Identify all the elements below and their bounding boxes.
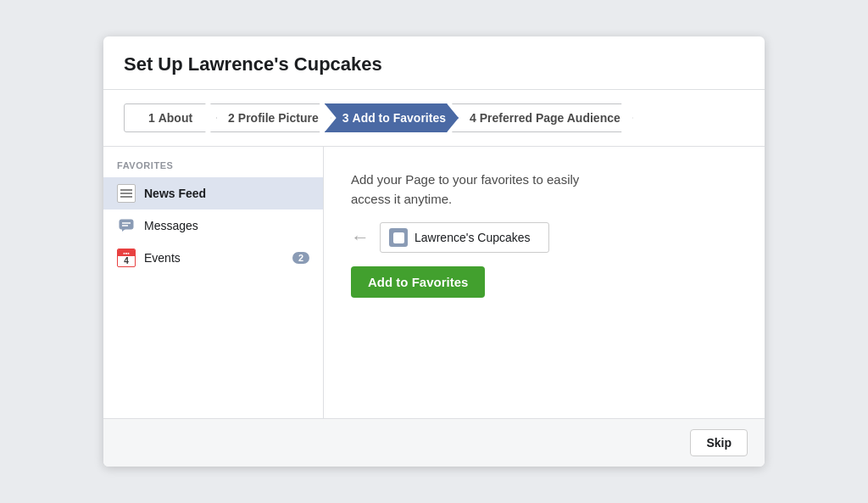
- page-entry: Lawrence's Cupcakes: [380, 222, 549, 253]
- step-1-about[interactable]: 1 About: [124, 103, 217, 132]
- add-to-favorites-button[interactable]: Add to Favorites: [351, 266, 485, 298]
- step-1-number: 1: [148, 111, 155, 125]
- content-panel: Add your Page to your favorites to easil…: [324, 147, 765, 418]
- setup-modal: Set Up Lawrence's Cupcakes 1 About 2 Pro…: [103, 36, 765, 467]
- arrow-left-icon: ←: [351, 226, 370, 249]
- events-count: 2: [292, 252, 309, 264]
- sidebar-item-messages[interactable]: Messages: [103, 210, 323, 242]
- modal-footer: Skip: [103, 418, 765, 467]
- step-2-number: 2: [228, 111, 235, 125]
- messages-icon: [117, 216, 136, 235]
- sidebar: FAVORITES News Feed: [103, 147, 324, 418]
- step-3-number: 3: [342, 111, 349, 125]
- page-thumbnail-icon: [389, 228, 408, 247]
- modal-header: Set Up Lawrence's Cupcakes: [103, 36, 765, 90]
- favorites-section-label: FAVORITES: [103, 160, 323, 177]
- step-1-label: About: [159, 111, 192, 125]
- svg-rect-0: [120, 220, 133, 229]
- step-4-number: 4: [470, 111, 476, 125]
- skip-button[interactable]: Skip: [690, 429, 748, 456]
- messages-label: Messages: [144, 219, 198, 232]
- step-2-profile-picture[interactable]: 2 Profile Picture: [210, 103, 331, 132]
- step-4-label: Preferred Page Audience: [480, 111, 620, 125]
- events-label: Events: [144, 251, 181, 265]
- modal-title: Set Up Lawrence's Cupcakes: [124, 53, 744, 75]
- page-name: Lawrence's Cupcakes: [415, 231, 531, 244]
- events-icon: ▪▪▪ 4: [117, 249, 136, 267]
- step-3-add-to-favorites[interactable]: 3 Add to Favorites: [325, 103, 459, 132]
- step-2-label: Profile Picture: [238, 111, 319, 125]
- step-4-preferred-audience[interactable]: 4 Preferred Page Audience: [452, 103, 633, 132]
- sidebar-item-news-feed[interactable]: News Feed: [103, 177, 323, 210]
- content-description: Add your Page to your favorites to easil…: [351, 170, 588, 209]
- steps-bar: 1 About 2 Profile Picture 3 Add to Favor…: [103, 90, 765, 147]
- news-feed-icon: [117, 184, 136, 203]
- news-feed-label: News Feed: [144, 187, 206, 200]
- page-entry-row: ← Lawrence's Cupcakes: [351, 222, 737, 253]
- modal-body: FAVORITES News Feed: [103, 147, 765, 418]
- step-3-label: Add to Favorites: [353, 111, 446, 125]
- sidebar-item-events[interactable]: ▪▪▪ 4 Events 2: [103, 242, 323, 274]
